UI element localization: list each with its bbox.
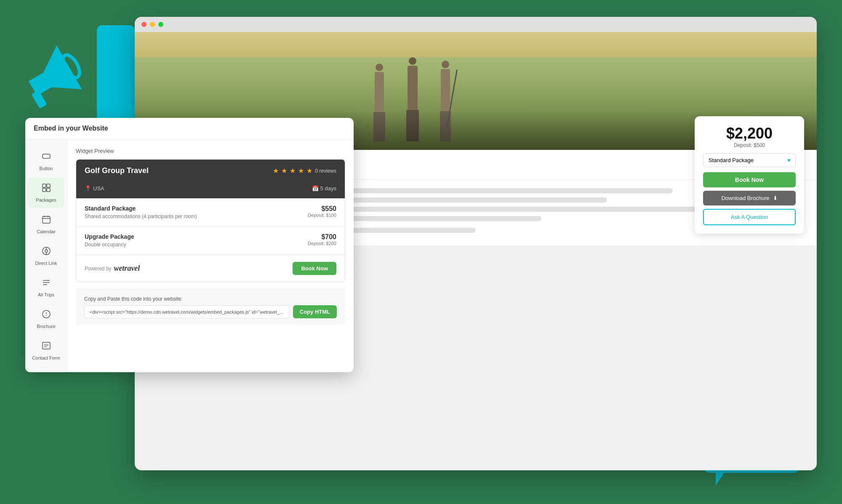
svg-rect-6 [43,184,46,187]
svg-marker-4 [716,473,724,485]
svg-rect-8 [43,188,46,192]
sidebar-item-calendar[interactable]: Calendar [28,209,64,239]
select-arrow-icon: ▼ [786,157,791,163]
svg-rect-1 [31,90,47,109]
package-upgrade-deposit: Deposit: $200 [308,241,336,246]
sidebar-item-all-trips-label: All Trips [38,292,54,297]
calendar-nav-icon [41,214,51,227]
svg-rect-10 [43,216,50,223]
widget-card-footer: Powered by wetravel Book Now [76,255,345,282]
widget-card-header: Golf Group Travel ★ ★ ★ ★ ★ 0 reviews [76,160,345,182]
star-4: ★ [298,167,304,175]
package-row-upgrade: Upgrade Package Double occupancy $700 De… [76,227,345,255]
direct-link-nav-icon [41,246,51,258]
embed-modal-header: Embed in your Website [25,118,354,139]
sidebar-item-contact-form-label: Contact Form [32,355,60,360]
package-row-standard: Standard Package Shared accommodations (… [76,198,345,227]
calendar-small-icon: 📅 [312,185,319,192]
sidebar-item-calendar-label: Calendar [37,229,56,234]
sidebar-item-packages-label: Packages [36,197,56,203]
widget-duration: 📅 5 days [312,185,336,192]
package-standard-price: $550 Deposit: $100 [308,205,336,218]
code-section: Copy and Paste this code into your websi… [76,289,345,325]
code-input[interactable] [84,305,290,318]
sidebar-item-direct-link[interactable]: Direct Link [28,241,64,271]
all-trips-nav-icon [41,277,51,290]
browser-fullscreen-dot[interactable] [158,22,163,27]
package-standard-amount: $550 [308,205,336,213]
sidebar-item-all-trips[interactable]: All Trips [28,272,64,302]
star-1: ★ [273,167,279,175]
browser-minimize-dot[interactable] [150,22,155,27]
price-display: $2,200 Deposit: $500 [703,125,796,148]
contact-form-nav-icon [41,341,51,353]
widget-card-meta: 📍 USA 📅 5 days [76,182,345,198]
package-upgrade-desc: Double occupancy [85,242,134,248]
sidebar-item-direct-link-label: Direct Link [35,261,57,266]
download-brochure-button[interactable]: Download Brochure ⬇ [703,191,796,205]
ask-question-button[interactable]: Ask A Question [703,209,796,225]
widget-card-title: Golf Group Travel [85,166,149,175]
sidebar-item-contact-form[interactable]: Contact Form [28,336,64,365]
widget-preview-area: Widget Preview Golf Group Travel ★ ★ ★ ★… [67,139,354,372]
widget-preview-label: Widget Preview [76,148,345,154]
copy-html-button[interactable]: Copy HTML [293,305,337,318]
package-standard-name: Standard Package [85,205,197,212]
widget-card: Golf Group Travel ★ ★ ★ ★ ★ 0 reviews 📍 … [76,159,345,282]
packages-nav-icon [41,183,51,195]
svg-point-15 [45,250,48,252]
wetravel-logo: wetravel [114,264,140,273]
reviews-count: 0 reviews [315,168,336,174]
package-upgrade-price: $700 Deposit: $200 [308,233,336,246]
star-5: ★ [306,167,312,175]
package-select-wrapper: Standard Package Upgrade Package ▼ [703,153,796,167]
browser-close-dot[interactable] [141,22,147,27]
powered-by: Powered by wetravel [85,264,140,273]
package-upgrade-name: Upgrade Package [85,233,134,240]
megaphone-icon [13,34,105,126]
embed-modal-title: Embed in your Website [34,125,108,132]
browser-toolbar [135,17,817,32]
price-deposit: Deposit: $500 [703,142,796,148]
svg-rect-9 [47,188,50,192]
sidebar-item-brochure[interactable]: Brochure [28,304,64,334]
code-label: Copy and Paste this code into your websi… [84,296,337,302]
package-upgrade-amount: $700 [308,233,336,241]
star-2: ★ [281,167,287,175]
book-now-button[interactable]: Book Now [703,172,796,187]
widget-book-now-button[interactable]: Book Now [293,262,336,275]
embed-modal: Embed in your Website Button Packages [25,118,354,372]
sidebar-item-button-label: Button [40,166,53,171]
sidebar-item-packages[interactable]: Packages [28,178,64,208]
price-amount: $2,200 [703,125,796,142]
sidebar-item-button[interactable]: Button [28,146,64,176]
widget-stars: ★ ★ ★ ★ ★ 0 reviews [273,167,336,175]
package-standard-desc: Shared accommodations (4 participants pe… [85,213,197,219]
package-standard-deposit: Deposit: $100 [308,213,336,218]
sidebar-item-brochure-label: Brochure [37,324,56,329]
brochure-nav-icon [41,309,51,321]
download-icon: ⬇ [773,195,778,201]
svg-point-23 [46,315,47,316]
svg-rect-5 [43,154,50,158]
svg-rect-7 [47,184,50,187]
booking-sidebar: $2,200 Deposit: $500 Standard Package Up… [695,116,804,234]
widget-card-body: Standard Package Shared accommodations (… [76,198,345,255]
package-select[interactable]: Standard Package Upgrade Package [703,153,796,167]
embed-modal-body: Button Packages Calendar D [25,139,354,372]
embed-sidebar: Button Packages Calendar D [25,139,67,372]
location-pin-icon: 📍 [85,185,91,192]
star-3: ★ [290,167,296,175]
code-input-wrapper: Copy HTML [84,305,337,318]
button-nav-icon [41,151,51,163]
widget-location: 📍 USA [85,185,104,192]
